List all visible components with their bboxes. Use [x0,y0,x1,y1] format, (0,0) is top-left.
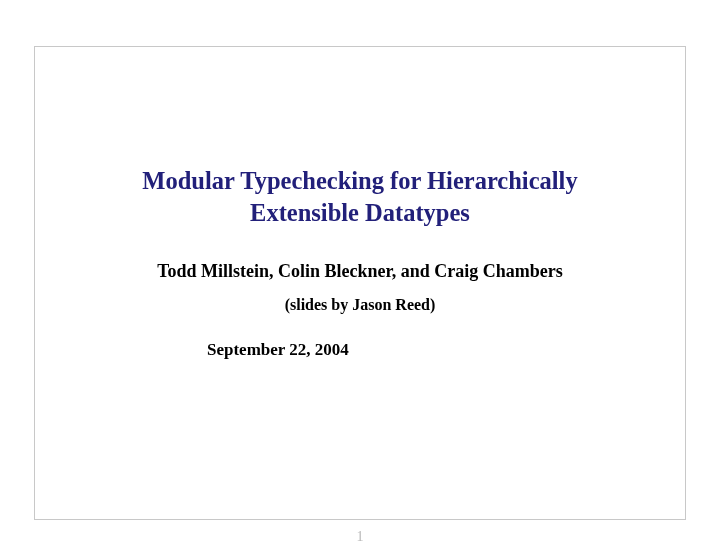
date: September 22, 2004 [207,340,685,360]
page-number: 1 [0,529,720,545]
slide-title: Modular Typechecking for Hierarchically … [80,165,640,229]
slide-content: Modular Typechecking for Hierarchically … [35,47,685,360]
title-line-2: Extensible Datatypes [250,199,470,226]
authors: Todd Millstein, Colin Bleckner, and Crai… [35,261,685,282]
slide-frame: Modular Typechecking for Hierarchically … [34,46,686,520]
title-line-1: Modular Typechecking for Hierarchically [142,167,577,194]
slides-by: (slides by Jason Reed) [35,296,685,314]
